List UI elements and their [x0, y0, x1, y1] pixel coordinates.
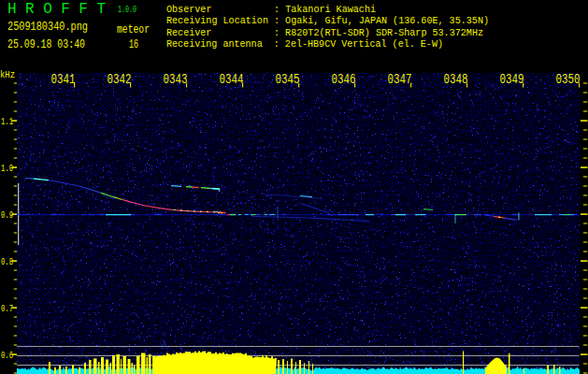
- svg-text:0344: 0344: [220, 72, 244, 87]
- svg-text:1.0.0: 1.0.0: [118, 4, 136, 15]
- svg-text:meteor: meteor: [117, 22, 150, 36]
- svg-text:Receiving Location : Ogaki, Gi: Receiving Location : Ogaki, Gifu, JAPAN …: [166, 15, 489, 26]
- svg-text:2509180340.png: 2509180340.png: [7, 20, 88, 34]
- svg-text:16: 16: [129, 37, 138, 51]
- svg-text:Observer : Takanori: Observer : Takanori Kawachi: [166, 4, 376, 15]
- svg-text:1.0: 1.0: [1, 163, 13, 174]
- svg-text:Receiving antenna : 2el-HB9CV: Receiving antenna : 2el-HB9CV Vertical (…: [166, 38, 443, 50]
- svg-text:H R O F F T: H R O F F T: [7, 1, 106, 18]
- svg-text:0346: 0346: [332, 72, 356, 87]
- svg-text:25.09.18 03:40: 25.09.18 03:40: [7, 37, 85, 51]
- svg-text:kHz: kHz: [0, 69, 15, 80]
- svg-text:0.6: 0.6: [1, 350, 13, 361]
- svg-text:0343: 0343: [164, 72, 188, 87]
- svg-text:0342: 0342: [108, 72, 132, 87]
- svg-text:1.1: 1.1: [1, 116, 13, 127]
- svg-text:0350: 0350: [556, 72, 581, 87]
- svg-text:0347: 0347: [388, 72, 412, 87]
- svg-text:0.9: 0.9: [1, 209, 13, 221]
- svg-text:0349: 0349: [500, 72, 524, 87]
- svg-text:Receiver : R820T2(RT: Receiver : R820T2(RTL-SDR) SDR-Sharp 53.…: [166, 27, 483, 38]
- svg-text:0.7: 0.7: [1, 303, 13, 314]
- svg-text:0348: 0348: [444, 72, 468, 87]
- svg-text:0341: 0341: [51, 72, 76, 87]
- svg-text:0345: 0345: [276, 72, 300, 87]
- svg-text:0.8: 0.8: [1, 256, 13, 267]
